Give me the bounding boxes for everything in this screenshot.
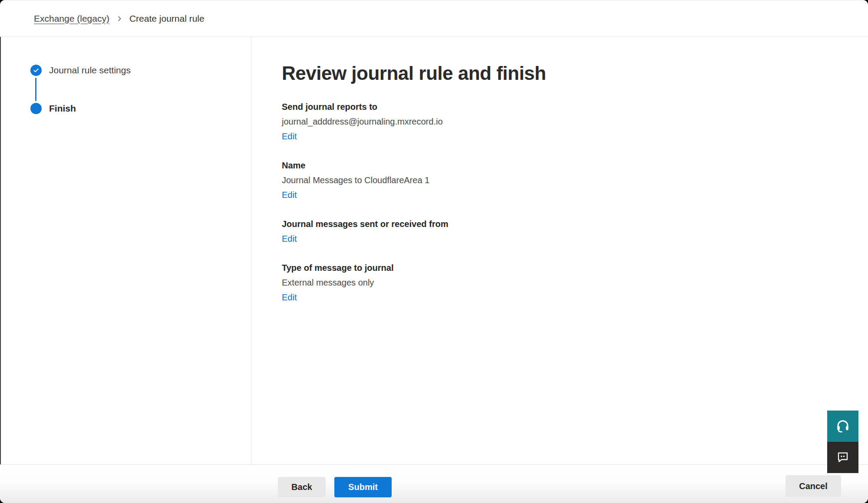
edit-link[interactable]: Edit bbox=[282, 129, 297, 144]
step-connector-line bbox=[35, 78, 36, 101]
cancel-button[interactable]: Cancel bbox=[785, 475, 841, 497]
edit-link[interactable]: Edit bbox=[282, 187, 297, 203]
section-value: Journal Messages to CloudflareArea 1 bbox=[282, 173, 868, 187]
filled-circle-icon bbox=[30, 103, 42, 114]
section-value: External messages only bbox=[282, 275, 868, 290]
step-label: Finish bbox=[49, 103, 76, 114]
breadcrumb-exchange-legacy[interactable]: Exchange (legacy) bbox=[34, 13, 109, 24]
footer-action-bar: Back Submit Cancel bbox=[0, 464, 868, 503]
review-section: Type of message to journal External mess… bbox=[282, 260, 868, 305]
breadcrumb-current-page: Create journal rule bbox=[129, 13, 205, 24]
help-support-button[interactable] bbox=[827, 411, 858, 442]
wizard-step-finish[interactable]: Finish bbox=[30, 102, 76, 115]
chat-bubble-icon bbox=[836, 450, 850, 465]
wizard-body: Journal rule settings Finish Review jour… bbox=[0, 37, 868, 464]
review-section: Name Journal Messages to CloudflareArea … bbox=[282, 158, 868, 203]
headset-icon bbox=[835, 418, 850, 434]
section-label: Type of message to journal bbox=[282, 260, 868, 275]
review-content: Review journal rule and finish Send jour… bbox=[251, 37, 868, 464]
wizard-step-journal-rule-settings[interactable]: Journal rule settings bbox=[30, 64, 131, 76]
back-button[interactable]: Back bbox=[278, 477, 326, 497]
submit-button[interactable]: Submit bbox=[334, 477, 392, 497]
review-sections: Send journal reports to journal_adddress… bbox=[282, 99, 868, 305]
exchange-admin-window: Exchange (legacy) Create journal rule Jo… bbox=[0, 0, 868, 503]
review-section: Journal messages sent or received from E… bbox=[282, 217, 868, 247]
feedback-button[interactable] bbox=[827, 442, 858, 473]
wizard-steps-panel: Journal rule settings Finish bbox=[1, 37, 251, 464]
edit-link[interactable]: Edit bbox=[282, 231, 297, 247]
section-label: Name bbox=[282, 158, 868, 173]
section-label: Journal messages sent or received from bbox=[282, 217, 868, 231]
breadcrumb-bar: Exchange (legacy) Create journal rule bbox=[0, 0, 868, 37]
review-section: Send journal reports to journal_adddress… bbox=[282, 99, 868, 144]
page-title: Review journal rule and finish bbox=[282, 62, 868, 85]
breadcrumb: Exchange (legacy) Create journal rule bbox=[34, 13, 205, 24]
support-widget-stack bbox=[827, 411, 858, 473]
edit-link[interactable]: Edit bbox=[282, 290, 297, 305]
section-value: journal_adddress@journaling.mxrecord.io bbox=[282, 114, 868, 129]
chevron-right-icon bbox=[116, 15, 123, 22]
checkmark-circle-icon bbox=[30, 65, 42, 76]
step-label: Journal rule settings bbox=[49, 65, 131, 76]
section-label: Send journal reports to bbox=[282, 99, 868, 114]
